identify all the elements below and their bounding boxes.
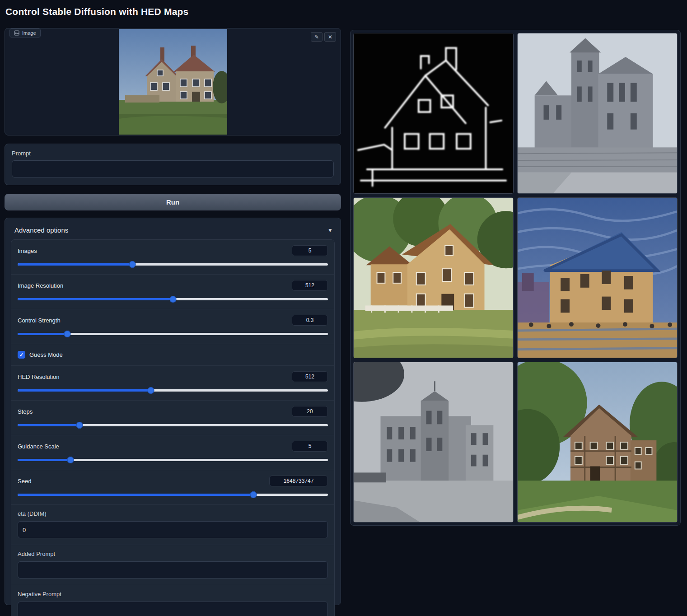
gallery-item-painted-house[interactable] [353,197,514,358]
advanced-options-panel: Advanced options ▼ Images Image Resoluti… [5,218,341,605]
guess-mode-checkbox[interactable]: ✓ [18,351,25,359]
eta-input[interactable] [18,521,328,538]
added-prompt-label: Added Prompt [18,551,328,557]
image-upload-panel[interactable]: Image ✎ ✕ [5,28,341,135]
steps-label: Steps [18,408,33,415]
control-strength-label: Control Strength [18,317,61,324]
slider-thumb[interactable] [169,296,176,303]
image-resolution-row: Image Resolution [11,275,334,309]
hed-resolution-value-input[interactable] [292,371,328,382]
output-gallery [350,30,681,526]
images-label: Images [18,247,37,254]
image-panel-label: Image [9,28,41,37]
guess-mode-label: Guess Mode [29,351,63,358]
control-strength-value-input[interactable] [292,315,328,326]
hed-resolution-label: HED Resolution [18,373,60,380]
image-resolution-value-input[interactable] [292,280,328,291]
slider-fill [18,389,151,392]
image-resolution-label: Image Resolution [18,282,63,289]
gallery-item-hed-edge-map[interactable] [353,33,514,194]
slider-thumb[interactable] [67,457,74,463]
image-panel-label-text: Image [22,30,36,36]
gallery-item-stylized-painting[interactable] [517,197,678,358]
prompt-input[interactable] [12,160,334,177]
control-strength-row: Control Strength [11,309,334,344]
uploaded-house-photo [119,29,227,135]
gallery-item-country-house[interactable] [517,362,678,523]
run-button[interactable]: Run [5,194,341,210]
slider-fill [18,333,67,335]
slider-thumb[interactable] [76,422,83,429]
eta-label: eta (DDIM) [18,510,328,517]
advanced-options-title: Advanced options [14,226,68,234]
slider-thumb[interactable] [148,387,154,394]
seed-slider[interactable] [18,491,328,498]
control-strength-slider[interactable] [18,331,328,337]
guidance-scale-slider[interactable] [18,457,328,463]
images-slider[interactable] [18,261,328,268]
chevron-down-icon: ▼ [327,227,333,233]
close-icon: ✕ [328,34,332,40]
slider-fill [18,459,70,461]
pencil-icon: ✎ [314,34,319,40]
guidance-scale-row: Guidance Scale [11,435,334,470]
seed-value-input[interactable] [269,476,328,486]
page-title: Control Stable Diffusion with HED Maps [5,6,188,17]
slider-thumb[interactable] [250,491,257,498]
gallery-item-cathedral[interactable] [517,33,678,194]
slider-fill [18,494,253,496]
slider-fill [18,263,132,266]
images-value-input[interactable] [292,245,328,256]
steps-row: Steps [11,401,334,435]
prompt-panel: Prompt [5,144,341,185]
added-prompt-input[interactable] [18,561,328,579]
eta-row: eta (DDIM) [11,505,334,545]
image-panel-actions: ✎ ✕ [311,32,336,42]
negative-prompt-input[interactable] [18,602,328,616]
image-icon [14,30,19,36]
prompt-label: Prompt [12,150,334,157]
negative-prompt-row: Negative Prompt [11,585,334,616]
seed-label: Seed [18,478,31,485]
images-row: Images [11,240,334,275]
slider-thumb[interactable] [129,261,136,268]
image-resolution-slider[interactable] [18,296,328,303]
slider-thumb[interactable] [64,331,70,337]
gallery-item-grayscale-building[interactable] [353,362,514,523]
slider-fill [18,424,79,426]
guidance-scale-value-input[interactable] [292,441,328,452]
advanced-options-header[interactable]: Advanced options ▼ [11,224,335,239]
slider-fill [18,298,173,300]
check-icon: ✓ [19,352,23,358]
clear-image-button[interactable]: ✕ [324,32,336,42]
negative-prompt-label: Negative Prompt [18,591,328,597]
seed-row: Seed [11,470,334,505]
hed-resolution-row: HED Resolution [11,366,334,401]
edit-image-button[interactable]: ✎ [311,32,322,42]
hed-resolution-slider[interactable] [18,387,328,394]
guidance-scale-label: Guidance Scale [18,443,59,450]
guess-mode-row[interactable]: ✓ Guess Mode [11,344,334,366]
steps-slider[interactable] [18,422,328,429]
steps-value-input[interactable] [292,406,328,417]
added-prompt-row: Added Prompt [11,545,334,585]
advanced-options-form: Images Image Resolution [11,239,335,616]
